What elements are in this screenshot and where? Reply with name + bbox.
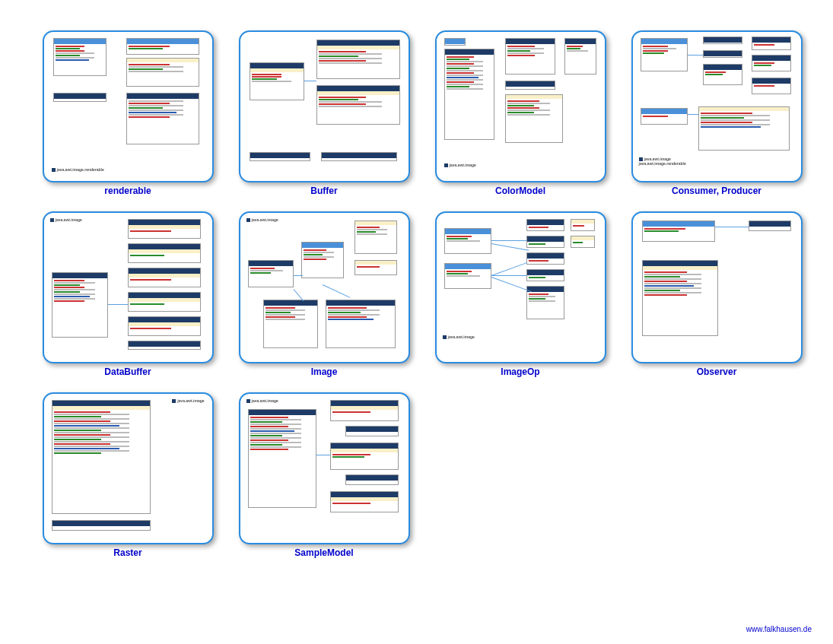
thumb-cell-observer: Observer bbox=[625, 211, 808, 377]
thumbnail-grid: java.awt.image.renderable renderable Buf… bbox=[0, 0, 833, 558]
caption-observer[interactable]: Observer bbox=[697, 366, 737, 377]
thumb-colormodel[interactable]: java.awt.image bbox=[435, 30, 606, 182]
thumb-cell-renderable: java.awt.image.renderable renderable bbox=[37, 30, 219, 196]
pkg-label: java.awt.image java.awt.image.renderable bbox=[639, 157, 686, 166]
caption-colormodel[interactable]: ColorModel bbox=[495, 186, 545, 196]
pkg-label: java.awt.image bbox=[444, 163, 476, 167]
caption-image[interactable]: Image bbox=[311, 366, 338, 377]
thumb-cell-buffer: Buffer bbox=[233, 30, 415, 196]
thumb-image[interactable]: java.awt.image bbox=[239, 211, 410, 363]
thumb-observer[interactable] bbox=[631, 211, 803, 363]
caption-databuffer[interactable]: DataBuffer bbox=[104, 366, 151, 377]
caption-buffer[interactable]: Buffer bbox=[310, 186, 337, 196]
thumb-raster[interactable]: java.awt.image bbox=[43, 392, 214, 544]
thumb-consumer-producer[interactable]: java.awt.image java.awt.image.renderable bbox=[631, 30, 803, 182]
thumb-cell-raster: java.awt.image Raster bbox=[37, 392, 219, 558]
thumb-cell-colormodel: java.awt.image ColorModel bbox=[429, 30, 612, 196]
pkg-label: java.awt.image bbox=[246, 217, 278, 222]
thumb-samplemodel[interactable]: java.awt.image bbox=[239, 392, 410, 544]
footer-link[interactable]: www.falkhausen.de bbox=[746, 625, 812, 633]
pkg-label: java.awt.image bbox=[172, 398, 204, 403]
thumb-cell-samplemodel: java.awt.image SampleModel bbox=[233, 392, 415, 558]
pkg-label: java.awt.image bbox=[443, 335, 475, 339]
pkg-label: java.awt.image bbox=[246, 398, 278, 403]
caption-consumer-producer[interactable]: Consumer, Producer bbox=[672, 186, 761, 196]
caption-imageop[interactable]: ImageOp bbox=[501, 366, 539, 377]
caption-renderable[interactable]: renderable bbox=[104, 186, 151, 196]
thumb-databuffer[interactable]: java.awt.image bbox=[43, 211, 214, 363]
caption-samplemodel[interactable]: SampleModel bbox=[294, 547, 353, 558]
thumb-renderable[interactable]: java.awt.image.renderable bbox=[43, 30, 214, 182]
thumb-imageop[interactable]: java.awt.image bbox=[435, 211, 606, 363]
thumb-cell-databuffer: java.awt.image DataBuffer bbox=[37, 211, 219, 377]
thumb-cell-imageop: java.awt.image ImageOp bbox=[429, 211, 612, 377]
thumb-cell-consumer-producer: java.awt.image java.awt.image.renderable… bbox=[625, 30, 808, 196]
caption-raster[interactable]: Raster bbox=[113, 547, 141, 558]
pkg-label: java.awt.image.renderable bbox=[52, 167, 104, 172]
thumb-buffer[interactable] bbox=[239, 30, 410, 182]
thumb-cell-image: java.awt.image Image bbox=[233, 211, 415, 377]
pkg-label: java.awt.image bbox=[50, 217, 82, 222]
